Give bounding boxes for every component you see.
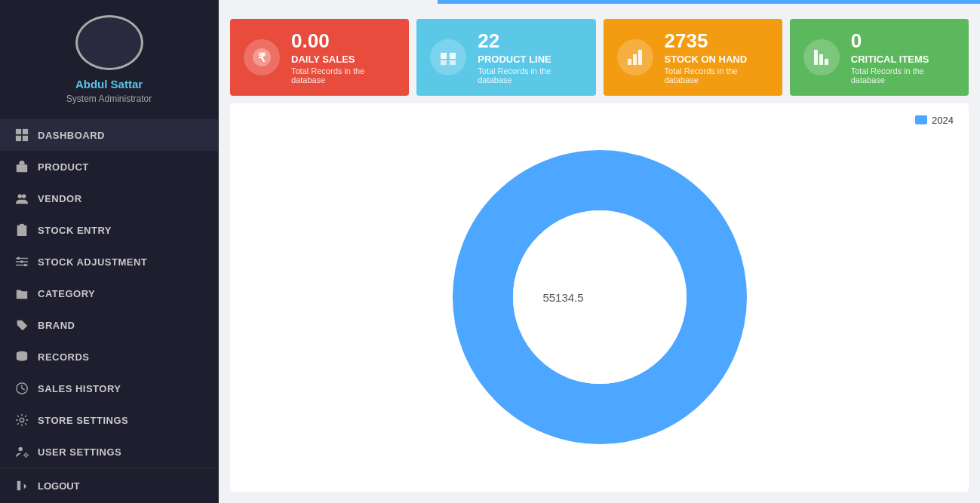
svg-point-8 (22, 195, 26, 198)
logout-label: LOGOUT (38, 480, 80, 492)
sidebar-item-label: SALES HISTORY (38, 383, 121, 394)
user-gear-icon (15, 445, 29, 459)
clipboard-icon (15, 223, 29, 237)
donut-chart: 55134.5 (449, 146, 751, 448)
sidebar-item-user-settings[interactable]: USER SETTINGS (0, 436, 218, 468)
stat-info-daily-sales: 0.00 DAILY SALES Total Records in the da… (291, 30, 395, 84)
people-icon (15, 192, 29, 205)
bar-chart-down-icon (803, 39, 840, 75)
stat-info-critical-items: 0 CRITICAL ITEMS Total Records in the da… (851, 30, 955, 84)
sidebar-item-label: STOCK ENTRY (38, 225, 112, 236)
logout-icon (15, 479, 29, 492)
svg-point-7 (18, 195, 22, 198)
chart-legend: 2024 (915, 115, 954, 126)
svg-rect-4 (16, 136, 21, 141)
stat-desc-stock-on-hand: Total Records in the database (665, 66, 769, 84)
stat-desc-daily-sales: Total Records in the database (291, 66, 395, 84)
svg-rect-2 (16, 129, 21, 134)
stat-label-critical-items: CRITICAL ITEMS (851, 54, 955, 65)
stat-value-daily-sales: 0.00 (291, 30, 395, 52)
stat-card-critical-items: 0 CRITICAL ITEMS Total Records in the da… (790, 19, 969, 96)
svg-rect-32 (633, 54, 637, 65)
stat-info-product-line: 22 PRODUCT LINE Total Records in the dat… (478, 30, 582, 84)
sidebar-item-label: STOCK ADJUSTMENT (38, 256, 147, 268)
legend-color-box (915, 115, 927, 124)
user-role: System Administrator (66, 94, 152, 104)
svg-rect-33 (638, 50, 642, 65)
sidebar-item-brand[interactable]: BRAND (0, 309, 218, 341)
sidebar-item-product[interactable]: PRODUCT (0, 151, 218, 182)
rupee-icon: ₹ (244, 39, 280, 75)
stat-value-product-line: 22 (478, 30, 582, 52)
sidebar-item-records[interactable]: RECORDS (0, 341, 218, 373)
sliders-icon (15, 255, 29, 268)
svg-point-21 (20, 418, 23, 422)
svg-rect-36 (825, 59, 828, 65)
donut-value-label: 55134.5 (542, 291, 583, 304)
sidebar-item-category[interactable]: CATEGORY (0, 278, 218, 309)
svg-rect-5 (23, 136, 28, 141)
sidebar-item-label: USER SETTINGS (38, 446, 121, 458)
svg-rect-27 (441, 53, 447, 59)
nav-menu: DASHBOARD PRODUCT VENDOR STOCK ENTRY STO (0, 119, 218, 468)
stat-label-daily-sales: DAILY SALES (291, 54, 395, 65)
stat-label-stock-on-hand: STOCK ON HAND (665, 54, 769, 65)
top-bar (438, 0, 980, 4)
svg-rect-3 (23, 129, 28, 134)
tag-icon (15, 318, 29, 332)
avatar (75, 15, 143, 70)
sidebar-item-dashboard[interactable]: DASHBOARD (0, 119, 218, 151)
svg-rect-6 (17, 164, 27, 172)
sidebar-item-label: VENDOR (38, 193, 82, 204)
main-content: ₹ 0.00 DAILY SALES Total Records in the … (219, 0, 980, 503)
stats-row: ₹ 0.00 DAILY SALES Total Records in the … (219, 8, 980, 103)
svg-point-18 (19, 322, 21, 324)
svg-rect-28 (450, 53, 456, 59)
stat-card-daily-sales: ₹ 0.00 DAILY SALES Total Records in the … (230, 19, 409, 96)
gear-icon (15, 413, 29, 427)
stat-value-critical-items: 0 (851, 30, 955, 52)
svg-point-38 (513, 210, 687, 384)
sidebar-item-label: BRAND (38, 320, 75, 331)
stat-card-product-line: 22 PRODUCT LINE Total Records in the dat… (416, 19, 595, 96)
svg-rect-31 (628, 59, 631, 65)
stat-label-product-line: PRODUCT LINE (478, 54, 582, 65)
sidebar-item-stock-entry[interactable]: STOCK ENTRY (0, 214, 218, 246)
stat-info-stock-on-hand: 2735 STOCK ON HAND Total Records in the … (665, 30, 769, 84)
history-icon (15, 382, 29, 395)
database-icon (15, 350, 29, 363)
svg-point-23 (25, 454, 28, 457)
stat-desc-product-line: Total Records in the database (478, 66, 582, 84)
folder-icon (15, 287, 29, 300)
sidebar-item-label: RECORDS (38, 351, 90, 363)
user-name: Abdul Sattar (75, 78, 143, 90)
svg-point-22 (19, 447, 23, 451)
svg-rect-9 (17, 225, 27, 236)
sidebar-item-label: STORE SETTINGS (38, 415, 128, 426)
svg-text:₹: ₹ (258, 51, 266, 64)
sidebar-item-stock-adjustment[interactable]: STOCK ADJUSTMENT (0, 246, 218, 278)
sidebar-item-label: PRODUCT (38, 161, 89, 173)
stat-value-stock-on-hand: 2735 (665, 30, 769, 52)
svg-rect-34 (814, 50, 818, 65)
sidebar-item-sales-history[interactable]: SALES HISTORY (0, 373, 218, 404)
box-icon (15, 160, 29, 173)
sidebar: Abdul Sattar System Administrator DASHBO… (0, 0, 219, 503)
legend-year: 2024 (932, 115, 954, 126)
svg-rect-35 (819, 54, 823, 65)
sidebar-item-label: DASHBOARD (38, 130, 105, 141)
sidebar-item-label: CATEGORY (38, 288, 95, 299)
donut-svg (449, 146, 751, 448)
grid-icon (15, 128, 29, 142)
sidebar-item-store-settings[interactable]: STORE SETTINGS (0, 404, 218, 436)
svg-rect-29 (441, 60, 447, 65)
svg-rect-30 (450, 60, 456, 65)
logout-button[interactable]: LOGOUT (0, 468, 218, 503)
boxes-icon (430, 39, 466, 75)
sidebar-item-vendor[interactable]: VENDOR (0, 182, 218, 214)
stat-desc-critical-items: Total Records in the database (851, 66, 955, 84)
chart-area: 2024 55134.5 (230, 103, 969, 492)
bar-chart-icon (617, 39, 653, 75)
stat-card-stock-on-hand: 2735 STOCK ON HAND Total Records in the … (604, 19, 782, 96)
